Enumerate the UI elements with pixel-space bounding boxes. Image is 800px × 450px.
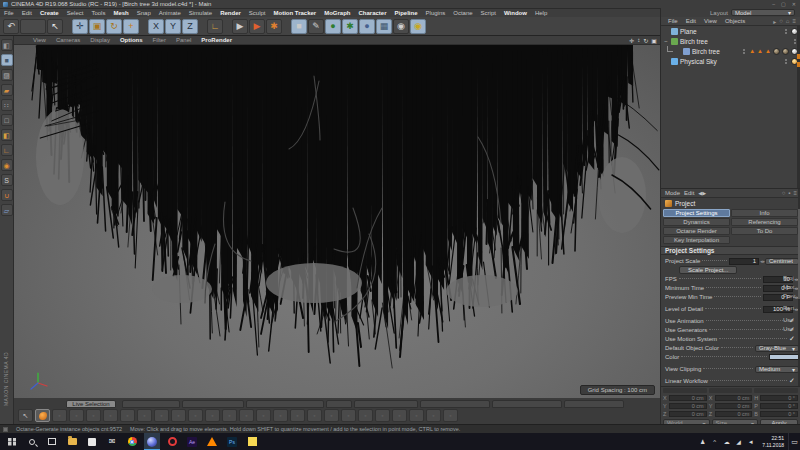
tool-icon-disabled[interactable]: ◦ bbox=[256, 409, 271, 422]
close-icon[interactable]: ✕ bbox=[792, 1, 796, 7]
tool-icon-disabled[interactable]: ◦ bbox=[205, 409, 220, 422]
tab-info[interactable]: Info bbox=[731, 209, 798, 217]
menu-mograph[interactable]: MoGraph bbox=[320, 10, 354, 16]
menu-tools[interactable]: Tools bbox=[87, 10, 109, 16]
coord-value[interactable]: 0 cm bbox=[669, 395, 707, 401]
search-icon[interactable] bbox=[24, 433, 40, 450]
people-icon[interactable]: ♟ bbox=[697, 438, 708, 445]
menu-icon[interactable]: ≡ bbox=[793, 190, 797, 196]
tool-icon-disabled[interactable]: ◦ bbox=[443, 409, 458, 422]
coord-system-icon[interactable]: ∟ bbox=[207, 19, 223, 34]
store-icon[interactable] bbox=[84, 433, 100, 450]
menu-motion-tracker[interactable]: Motion Tracker bbox=[269, 10, 320, 16]
network-icon[interactable]: ◢ bbox=[733, 438, 744, 445]
volume-icon[interactable]: ▦ bbox=[376, 19, 392, 34]
object-row-plane[interactable]: Plane bbox=[661, 26, 798, 36]
viewport-menu-display[interactable]: Display bbox=[85, 37, 115, 43]
menu-select[interactable]: Select bbox=[63, 10, 88, 16]
viewport-menu-prorender[interactable]: ProRender bbox=[196, 37, 237, 43]
live-selection-tool-icon[interactable] bbox=[35, 409, 50, 422]
selection-tool-icon[interactable]: ↖ bbox=[47, 19, 63, 34]
visibility-dots[interactable] bbox=[785, 29, 787, 34]
tab-referencing[interactable]: Referencing bbox=[731, 218, 798, 226]
tool-icon-disabled[interactable]: ◦ bbox=[120, 409, 135, 422]
coord-value[interactable]: 0 cm bbox=[715, 403, 753, 409]
om-menu-view[interactable]: View bbox=[700, 18, 721, 24]
viewport-menu-panel[interactable]: Panel bbox=[171, 37, 196, 43]
after-effects-icon[interactable]: Ae bbox=[184, 433, 200, 450]
selection-arrow-icon[interactable]: ↖ bbox=[18, 409, 33, 422]
mode-menu[interactable]: Mode bbox=[665, 190, 680, 196]
tab-key-interpolation[interactable]: Key Interpolation bbox=[663, 236, 730, 244]
menu-file[interactable]: File bbox=[0, 10, 18, 16]
menu-render[interactable]: Render bbox=[216, 10, 245, 16]
taskbar-clock[interactable]: 22:51 7.11.2018 bbox=[758, 435, 788, 448]
om-menu-edit[interactable]: Edit bbox=[682, 18, 700, 24]
tab-project-settings[interactable]: Project Settings bbox=[663, 209, 730, 217]
camera-icon[interactable]: ◉ bbox=[393, 19, 409, 34]
om-menu-objects[interactable]: Objects bbox=[721, 18, 749, 24]
menu-sculpt[interactable]: Sculpt bbox=[245, 10, 270, 16]
action-center-icon[interactable]: ▭ bbox=[788, 433, 800, 450]
points-mode-icon[interactable]: ∷ bbox=[1, 99, 13, 111]
search-icon[interactable]: ○ bbox=[779, 18, 783, 25]
list-icon[interactable]: ≡ bbox=[792, 18, 796, 25]
coord-value[interactable]: 0 cm bbox=[715, 411, 753, 417]
sticky-notes-icon[interactable] bbox=[244, 433, 260, 450]
render-view-icon[interactable]: ▶ bbox=[232, 19, 248, 34]
object-row-birch-tree[interactable]: Birch tree▲▲▲ bbox=[661, 46, 798, 56]
viewport-canvas[interactable]: Grid Spacing : 100 cm bbox=[14, 45, 660, 398]
light-icon[interactable]: ◉ bbox=[410, 19, 426, 34]
onedrive-icon[interactable]: ☁ bbox=[721, 438, 732, 445]
render-settings-icon[interactable]: ✱ bbox=[266, 19, 282, 34]
coord-value[interactable]: 0 cm bbox=[669, 411, 707, 417]
model-mode-icon[interactable]: ■ bbox=[1, 54, 13, 66]
tool-icon-disabled[interactable]: ◦ bbox=[307, 409, 322, 422]
chrome-icon[interactable] bbox=[124, 433, 140, 450]
layout-dropdown[interactable]: Model▾ bbox=[731, 9, 795, 16]
x-axis-lock-icon[interactable]: X bbox=[148, 19, 164, 34]
menu-octane[interactable]: Octane bbox=[449, 10, 476, 16]
menu-help[interactable]: Help bbox=[531, 10, 551, 16]
edit-menu[interactable]: Edit bbox=[684, 190, 694, 196]
viewport-menu-options[interactable]: Options bbox=[115, 37, 148, 43]
chevron-up-icon[interactable]: ^ bbox=[709, 439, 720, 445]
viewport-menu-filter[interactable]: Filter bbox=[148, 37, 171, 43]
volume-icon[interactable]: ◄ bbox=[745, 439, 756, 445]
minimize-icon[interactable]: – bbox=[772, 1, 775, 7]
menu-edit[interactable]: Edit bbox=[18, 10, 36, 16]
menu-create[interactable]: Create bbox=[36, 10, 63, 16]
polygons-mode-icon[interactable]: ◧ bbox=[1, 129, 13, 141]
tool-icon-disabled[interactable]: ◦ bbox=[290, 409, 305, 422]
z-axis-lock-icon[interactable]: Z bbox=[182, 19, 198, 34]
menu-window[interactable]: Window bbox=[500, 10, 531, 16]
tool-icon-disabled[interactable]: ◦ bbox=[409, 409, 424, 422]
tool-icon-disabled[interactable]: ◦ bbox=[222, 409, 237, 422]
tool-icon-disabled[interactable]: ◦ bbox=[86, 409, 101, 422]
tool-icon-disabled[interactable]: ◦ bbox=[392, 409, 407, 422]
lock-icon[interactable]: ▪ bbox=[788, 190, 790, 196]
undo-icon[interactable]: ↶ bbox=[3, 19, 19, 34]
tool-icon-disabled[interactable]: ◦ bbox=[341, 409, 356, 422]
om-menu-file[interactable]: File bbox=[664, 18, 682, 24]
rotate-tool-icon[interactable]: ↻ bbox=[106, 19, 122, 34]
menu-character[interactable]: Character bbox=[355, 10, 391, 16]
maximize-icon[interactable]: ▢ bbox=[781, 1, 786, 7]
cinema4d-icon[interactable] bbox=[144, 433, 160, 450]
make-editable-icon[interactable]: ◧ bbox=[1, 39, 13, 51]
last-tool-icon[interactable]: + bbox=[123, 19, 139, 34]
coord-value[interactable]: 0 cm bbox=[715, 395, 753, 401]
object-row-physical-sky[interactable]: Physical Sky bbox=[661, 56, 798, 66]
environment-icon[interactable]: ● bbox=[325, 19, 341, 34]
unit-dropdown[interactable]: Centimet bbox=[765, 258, 799, 265]
tool-icon-disabled[interactable]: ◦ bbox=[426, 409, 441, 422]
scale-project-button[interactable]: Scale Project... bbox=[679, 266, 737, 274]
tool-icon-disabled[interactable]: ◦ bbox=[137, 409, 152, 422]
object-row-birch-tree[interactable]: −Birch tree bbox=[661, 36, 798, 46]
texture-tag-icon[interactable] bbox=[782, 48, 789, 55]
coord-value[interactable]: 0 cm bbox=[669, 403, 707, 409]
render-picture-viewer-icon[interactable]: ▶ bbox=[249, 19, 265, 34]
menu-animate[interactable]: Animate bbox=[155, 10, 185, 16]
visibility-dots[interactable] bbox=[785, 59, 787, 64]
coord-value[interactable]: 0 ° bbox=[760, 403, 798, 409]
